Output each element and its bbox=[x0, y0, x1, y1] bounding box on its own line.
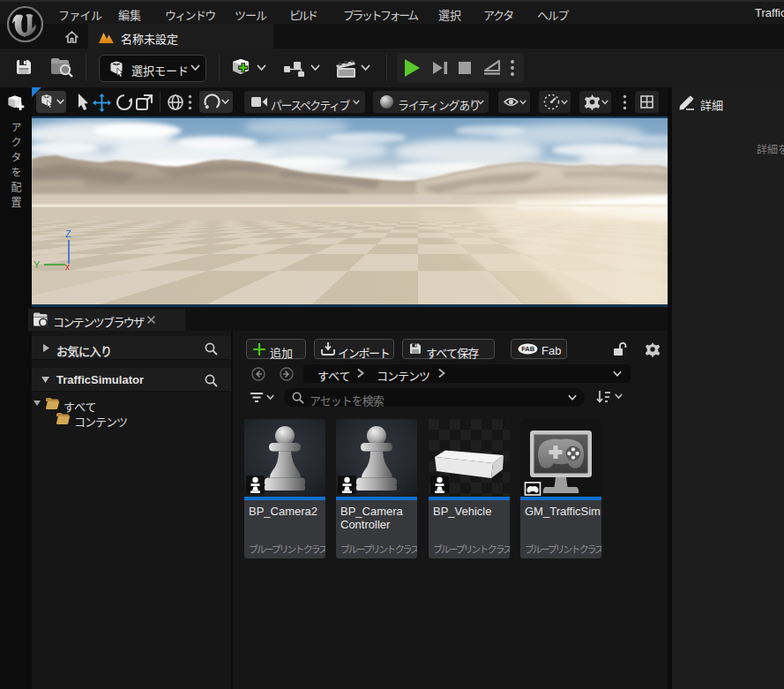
svg-text:Z: Z bbox=[65, 228, 71, 239]
svg-text:Y: Y bbox=[34, 259, 41, 270]
svg-text:FAB: FAB bbox=[521, 345, 535, 353]
svg-text:x: x bbox=[65, 262, 70, 272]
